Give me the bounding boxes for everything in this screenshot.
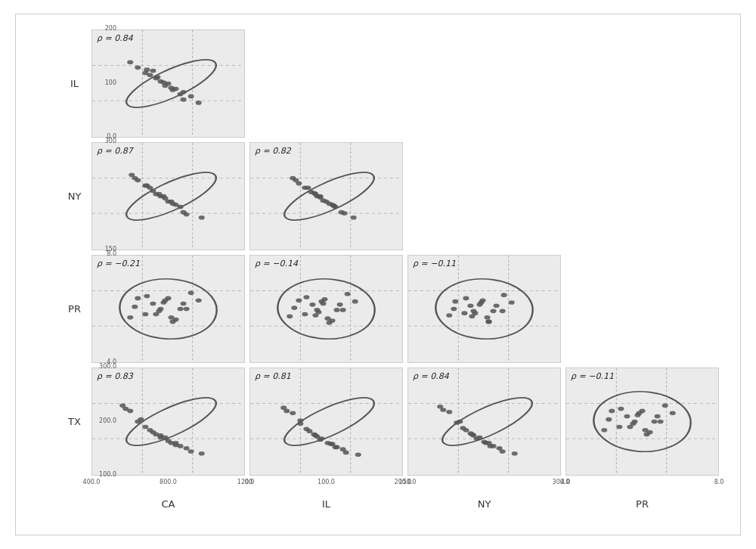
svg-point-130 bbox=[452, 299, 458, 304]
x-tick-c0-0: 400.0 bbox=[80, 479, 103, 485]
rho-label-r0-c0: ρ = 0.84 bbox=[97, 33, 133, 43]
svg-point-218 bbox=[469, 433, 475, 437]
svg-point-116 bbox=[345, 292, 351, 296]
svg-point-16 bbox=[188, 95, 194, 99]
svg-point-19 bbox=[144, 67, 150, 72]
scatter-cell-r3-c1: ρ = 0.81 bbox=[249, 368, 403, 476]
svg-point-82 bbox=[150, 302, 156, 306]
scatter-cell-r2-c2: ρ = −0.11 bbox=[407, 255, 561, 363]
scatter-cell-r2-c0: ρ = −0.21 bbox=[91, 255, 245, 363]
svg-point-174 bbox=[119, 404, 125, 408]
svg-point-20 bbox=[170, 88, 176, 92]
svg-point-146 bbox=[476, 302, 482, 307]
rho-label-r2-c2: ρ = −0.11 bbox=[413, 259, 456, 268]
svg-point-81 bbox=[142, 312, 148, 317]
svg-point-246 bbox=[634, 413, 640, 417]
svg-point-91 bbox=[188, 291, 194, 296]
x-tick-c0-1: 800.0 bbox=[157, 479, 180, 485]
svg-point-98 bbox=[196, 298, 202, 302]
svg-point-8 bbox=[147, 73, 153, 77]
svg-point-97 bbox=[184, 307, 190, 312]
svg-point-80 bbox=[135, 296, 141, 301]
svg-point-147 bbox=[500, 309, 506, 314]
svg-point-224 bbox=[437, 405, 443, 409]
svg-point-231 bbox=[616, 425, 622, 430]
y-tick-r1-0: 300 bbox=[90, 138, 116, 144]
y-tick-r3-2: 100.0 bbox=[90, 471, 116, 478]
svg-point-239 bbox=[643, 428, 649, 433]
x-axis-label-ca: CA bbox=[157, 498, 180, 510]
svg-point-196 bbox=[318, 436, 324, 441]
svg-point-104 bbox=[271, 274, 381, 344]
svg-point-139 bbox=[485, 315, 491, 320]
rho-label-r3-c2: ρ = 0.84 bbox=[413, 371, 449, 381]
svg-point-42 bbox=[178, 205, 184, 209]
svg-point-169 bbox=[138, 417, 144, 422]
svg-point-241 bbox=[662, 404, 668, 408]
svg-point-44 bbox=[144, 184, 150, 188]
svg-point-192 bbox=[334, 445, 340, 450]
rho-label-r1-c0: ρ = 0.87 bbox=[97, 146, 133, 156]
svg-point-89 bbox=[169, 315, 175, 320]
rho-label-r3-c3: ρ = −0.11 bbox=[571, 371, 614, 381]
svg-point-69 bbox=[305, 185, 311, 190]
svg-point-99 bbox=[127, 315, 133, 320]
svg-point-17 bbox=[178, 92, 184, 97]
svg-point-95 bbox=[170, 320, 176, 324]
svg-point-46 bbox=[160, 194, 166, 199]
svg-point-94 bbox=[144, 294, 150, 299]
svg-point-70 bbox=[330, 203, 336, 207]
svg-point-168 bbox=[153, 433, 159, 437]
svg-point-198 bbox=[355, 452, 361, 457]
x-tick-c2-0: 150.0 bbox=[396, 479, 419, 485]
svg-point-220 bbox=[486, 441, 492, 445]
svg-point-54 bbox=[275, 164, 383, 228]
svg-point-142 bbox=[491, 309, 497, 314]
x-tick-c1-0: 0.0 bbox=[238, 479, 261, 485]
y-tick-r0-1: 100 bbox=[90, 79, 116, 86]
svg-point-136 bbox=[494, 303, 500, 308]
svg-point-123 bbox=[352, 299, 358, 304]
svg-point-166 bbox=[188, 449, 194, 454]
svg-point-23 bbox=[196, 101, 202, 105]
svg-point-219 bbox=[457, 420, 463, 424]
svg-point-132 bbox=[467, 303, 473, 308]
svg-point-167 bbox=[178, 444, 184, 448]
plot-area: ILNYPRTXCAILNYPRρ = 0.84ρ = 0.87ρ = 0.82… bbox=[61, 29, 719, 513]
svg-point-205 bbox=[446, 410, 452, 414]
scatter-cell-r3-c3: ρ = −0.11 bbox=[565, 368, 719, 476]
svg-point-48 bbox=[199, 216, 205, 220]
svg-point-74 bbox=[290, 176, 296, 181]
svg-point-236 bbox=[655, 414, 661, 419]
rho-label-r1-c1: ρ = 0.82 bbox=[255, 146, 291, 156]
svg-point-79 bbox=[113, 274, 223, 344]
svg-point-73 bbox=[351, 216, 357, 220]
svg-point-118 bbox=[315, 310, 321, 315]
svg-point-230 bbox=[609, 409, 615, 414]
svg-point-232 bbox=[624, 414, 630, 419]
y-axis-label-tx: TX bbox=[61, 416, 88, 427]
svg-point-22 bbox=[181, 98, 187, 102]
svg-point-107 bbox=[309, 302, 315, 307]
svg-point-140 bbox=[451, 307, 457, 312]
x-axis-label-il: IL bbox=[315, 498, 338, 510]
figure-container: ILNYPRTXCAILNYPRρ = 0.84ρ = 0.87ρ = 0.82… bbox=[15, 14, 741, 535]
svg-point-18 bbox=[154, 75, 160, 79]
svg-point-143 bbox=[472, 311, 478, 315]
x-tick-c3-1: 8.0 bbox=[708, 479, 730, 485]
svg-point-195 bbox=[330, 442, 336, 446]
svg-point-71 bbox=[317, 194, 323, 199]
svg-point-247 bbox=[658, 420, 664, 424]
svg-point-115 bbox=[291, 306, 297, 310]
svg-point-90 bbox=[132, 305, 138, 309]
svg-point-141 bbox=[501, 293, 507, 297]
svg-point-129 bbox=[429, 274, 539, 344]
svg-point-149 bbox=[446, 313, 452, 318]
svg-point-172 bbox=[184, 446, 190, 451]
svg-point-64 bbox=[323, 200, 329, 204]
svg-point-243 bbox=[630, 422, 636, 426]
svg-point-121 bbox=[320, 302, 326, 306]
svg-point-93 bbox=[156, 309, 162, 314]
svg-point-117 bbox=[334, 308, 340, 312]
svg-point-199 bbox=[280, 405, 287, 410]
